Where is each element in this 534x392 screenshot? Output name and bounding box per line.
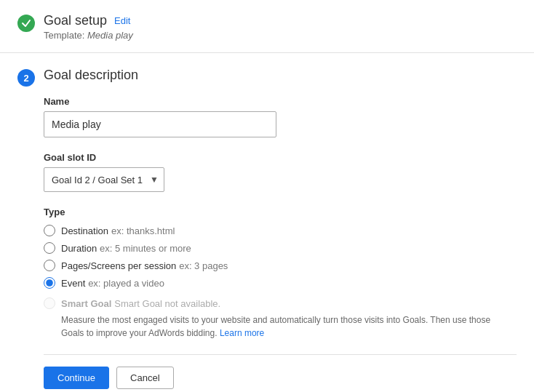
template-prefix: Template: [44,30,87,41]
radio-item-event: Event ex: played a video [44,277,517,289]
description-content: Goal description Name Goal slot ID Goal … [44,68,517,389]
smart-goal-label-row: Smart Goal Smart Goal not available. [61,297,220,309]
edit-link[interactable]: Edit [114,15,130,26]
name-field-group: Name [44,96,517,137]
radio-item-duration: Duration ex: 5 minutes or more [44,242,517,254]
pages-example: ex: 3 pages [179,260,228,271]
type-radio-group: Destination ex: thanks.html Duration ex:… [44,225,517,289]
smart-goal-info: Measure the most engaged visits to your … [61,313,512,340]
name-label: Name [44,96,517,107]
goal-slot-group: Goal slot ID Goal Id 2 / Goal Set 1 ▼ [44,152,517,192]
radio-pages[interactable] [44,260,55,271]
smart-goal-label-text: Smart Goal [61,298,111,309]
goal-slot-select-wrapper: Goal Id 2 / Goal Set 1 ▼ [44,167,164,192]
step-complete-icon [17,15,35,32]
step2-circle: 2 [17,69,35,87]
radio-destination[interactable] [44,225,55,236]
type-label: Type [44,207,517,217]
radio-duration-label[interactable]: Duration ex: 5 minutes or more [61,242,191,254]
radio-event-label[interactable]: Event ex: played a video [61,277,164,289]
setup-content: Goal setup Edit Template: Media play [44,13,133,41]
step2-number: 2 [23,73,28,84]
setup-title: Goal setup [44,13,107,28]
page-container: Goal setup Edit Template: Media play 2 G… [0,0,534,392]
smart-goal-not-available: Smart Goal not available. [114,298,220,309]
radio-item-pages: Pages/Screens per session ex: 3 pages [44,260,517,271]
radio-duration[interactable] [44,242,55,254]
radio-pages-label[interactable]: Pages/Screens per session ex: 3 pages [61,260,228,271]
continue-button[interactable]: Continue [44,367,109,389]
destination-example: ex: thanks.html [111,225,175,236]
description-heading: Goal description [44,68,517,83]
smart-goal-row: Smart Goal Smart Goal not available. [44,297,517,309]
duration-example: ex: 5 minutes or more [100,243,191,254]
template-name: Media play [87,30,133,41]
setup-title-row: Goal setup Edit [44,13,133,28]
name-input[interactable] [44,111,276,137]
radio-item-destination: Destination ex: thanks.html [44,225,517,236]
radio-smart-goal [44,297,55,309]
learn-more-link[interactable]: Learn more [220,328,264,338]
destination-label-text: Destination [61,225,108,236]
smart-goal-info-text: Measure the most engaged visits to your … [61,315,490,338]
goal-slot-label: Goal slot ID [44,152,517,163]
duration-label-text: Duration [61,243,97,254]
divider [44,354,517,355]
template-text: Template: Media play [44,30,133,41]
cancel-button[interactable]: Cancel [116,367,173,389]
type-field-group: Type Destination ex: thanks.html Duratio… [44,207,517,340]
radio-destination-label[interactable]: Destination ex: thanks.html [61,225,175,236]
goal-slot-select[interactable]: Goal Id 2 / Goal Set 1 [44,167,164,192]
section-goal-description: 2 Goal description Name Goal slot ID Goa… [0,53,534,392]
pages-label-text: Pages/Screens per session [61,260,176,271]
radio-event[interactable] [44,277,55,289]
button-row: Continue Cancel [44,367,517,389]
section-goal-setup: Goal setup Edit Template: Media play [0,0,534,53]
event-example: ex: played a video [88,278,164,289]
event-label-text: Event [61,278,85,289]
